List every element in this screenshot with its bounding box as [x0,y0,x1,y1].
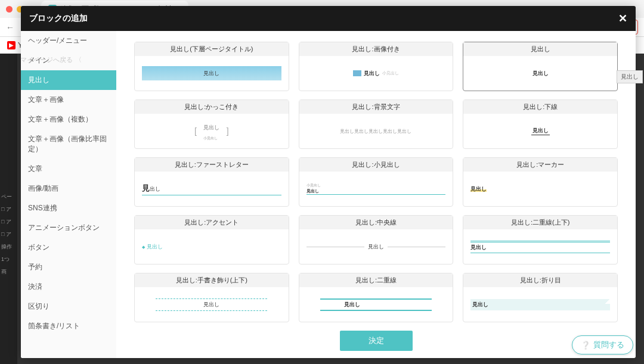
block-card-preview: 見出し [463,172,617,206]
category-item[interactable]: 見出し [21,70,116,90]
block-card[interactable]: 見出し:二重線 見出し [299,273,454,322]
block-card-title: 見出し:下線 [463,100,617,114]
block-card-preview: [見出し小見出し] [135,114,289,148]
block-card[interactable]: 見出し:中央線 見出し [299,215,454,265]
block-grid: 見出し(下層ページタイトル) 見出し見出し:画像付き 見出し小見出し見出し 見出… [116,31,636,358]
left-rail: ペー□ ア□ ア□ ア操作1つ画 [0,54,17,364]
block-card-title: 見出し:中央線 [299,216,453,229]
block-card-title: 見出し:手書き飾り(上下) [135,273,289,287]
block-card-title: 見出し:マーカー [463,158,617,172]
block-card[interactable]: 見出し:折り目 見出し [463,273,618,322]
category-list: ヘッダー/メニューメイン見出し文章＋画像文章＋画像（複数）文章＋画像（画像比率固… [21,31,116,358]
block-card-preview: 見出し [135,172,289,206]
add-block-modal: ブロックの追加 ✕ ヘッダー/メニューメイン見出し文章＋画像文章＋画像（複数）文… [21,6,636,358]
modal-close-button[interactable]: ✕ [618,12,627,25]
block-card-preview: 見出し [299,287,453,322]
block-card-preview: 見出し [135,229,289,264]
block-card-preview: 見出し [463,287,617,322]
decide-button[interactable]: 決定 [340,331,413,351]
block-card-title: 見出し:ファーストレター [135,158,289,172]
category-item[interactable]: SNS連携 [21,198,116,218]
block-card-preview: 見出し [135,287,289,322]
category-item[interactable]: 文章 [21,159,116,179]
category-item[interactable]: 決済 [21,277,116,297]
category-item[interactable]: ヘッダー/メニュー [21,31,116,51]
category-item[interactable]: 文章＋画像（画像比率固定） [21,129,116,159]
category-item[interactable]: アニメーションボタン [21,218,116,238]
block-card-preview: 見出し [463,56,617,91]
block-card[interactable]: 見出し:背景文字 見出し見出し見出し見出し見出し [299,99,454,149]
mypage-back-link[interactable]: マイページへ戻る〈 [17,54,85,66]
category-item[interactable]: 箇条書き/リスト [21,316,116,336]
block-card-preview: 小見出し見出し [299,172,453,206]
category-item[interactable]: 区切り [21,297,116,316]
block-card-preview: 見出し見出し見出し見出し見出し [299,114,453,148]
block-card[interactable]: 見出し:かっこ付き [見出し小見出し] [134,99,289,149]
back-button[interactable]: ← [6,23,14,32]
block-card-preview: 見出し [135,56,289,91]
modal-title: ブロックの追加 [29,13,88,24]
block-card-title: 見出し:画像付き [299,42,453,56]
block-card-title: 見出し:アクセント [135,216,289,229]
block-card[interactable]: 見出し:下線 見出し [463,99,618,149]
block-card-title: 見出し:二重線(上下) [463,216,617,229]
modal-footer: 決定 [116,331,636,351]
category-item[interactable]: 予約 [21,257,116,277]
block-card-title: 見出し:二重線 [299,273,453,287]
block-card-preview: 見出し [463,229,617,264]
block-card-preview: 見出し [299,229,453,264]
block-card[interactable]: 見出し:ファーストレター 見出し [134,157,289,207]
block-card[interactable]: 見出し:手書き飾り(上下) 見出し [134,273,289,322]
block-card[interactable]: 見出し:マーカー 見出し [463,157,618,207]
category-item[interactable]: 文章＋画像（複数） [21,110,116,129]
block-card[interactable]: 見出し(下層ページタイトル) 見出し [134,42,289,91]
help-button[interactable]: ❔ 質問する [572,335,633,354]
chevron-left-icon: 〈 [75,55,82,64]
yt-icon: ▶ [7,41,16,49]
block-card[interactable]: 見出し 見出し [463,42,618,91]
help-icon: ❔ [581,341,590,350]
category-item[interactable]: 文章＋画像 [21,90,116,110]
hover-tooltip: 見出し [617,70,643,83]
block-card-title: 見出し [463,42,617,56]
block-card-title: 見出し:小見出し [299,158,453,172]
block-card[interactable]: 見出し:二重線(上下) 見出し [463,215,618,265]
block-card-title: 見出し(下層ページタイトル) [135,42,289,56]
block-card-title: 見出し:折り目 [463,273,617,287]
modal-header: ブロックの追加 ✕ [21,6,636,31]
block-card-title: 見出し:かっこ付き [135,100,289,114]
block-card[interactable]: 見出し:アクセント 見出し [134,215,289,265]
category-item[interactable]: 画像/動画 [21,179,116,198]
close-window[interactable] [6,6,13,13]
block-card[interactable]: 見出し:画像付き 見出し小見出し [299,42,454,91]
block-card-preview: 見出し [463,114,617,148]
block-card[interactable]: 見出し:小見出し 小見出し見出し [299,157,454,207]
block-card-preview: 見出し小見出し [299,56,453,91]
category-item[interactable]: ボタン [21,238,116,257]
block-card-title: 見出し:背景文字 [299,100,453,114]
